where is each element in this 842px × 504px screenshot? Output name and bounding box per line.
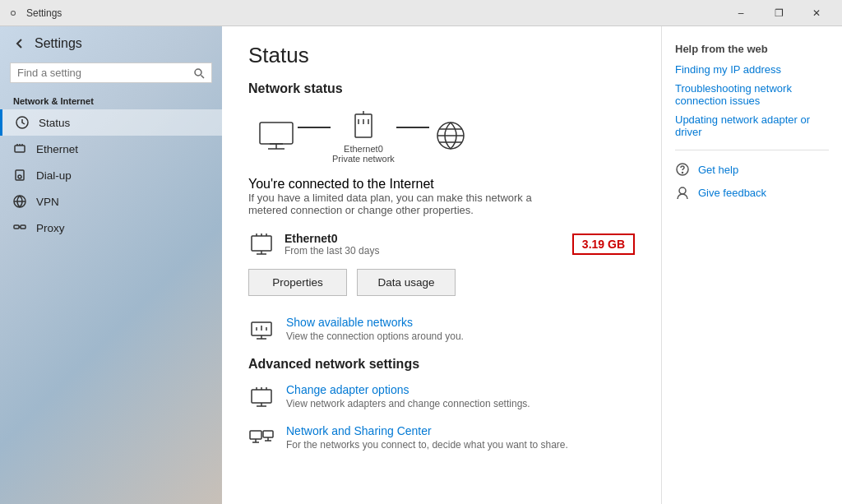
search-box[interactable] — [10, 62, 212, 83]
get-help-item[interactable]: Get help — [675, 162, 829, 177]
adapter-label: Ethernet0 — [344, 144, 383, 154]
data-usage-button[interactable]: Data usage — [357, 269, 456, 296]
sharing-center-text: Network and Sharing Center For the netwo… — [286, 424, 568, 451]
adapter-options-icon — [248, 383, 275, 409]
show-networks-text: Show available networks View the connect… — [286, 316, 464, 342]
sharing-center-title[interactable]: Network and Sharing Center — [286, 424, 568, 437]
help-link-1[interactable]: Troubleshooting network connection issue… — [675, 82, 829, 107]
sidebar-label-vpn: VPN — [36, 196, 59, 208]
show-networks-item: Show available networks View the connect… — [248, 316, 635, 342]
help-link-2[interactable]: Updating network adapter or driver — [675, 113, 829, 138]
vpn-icon — [13, 195, 26, 208]
titlebar-left: Settings — [7, 7, 62, 20]
svg-rect-11 — [21, 225, 25, 229]
help-title: Help from the web — [675, 43, 829, 55]
titlebar-controls: – ❐ ✕ — [722, 0, 835, 26]
sidebar-label-dialup: Dial-up — [36, 169, 72, 182]
globe-icon-group — [431, 119, 470, 152]
sharing-center-item: Network and Sharing Center For the netwo… — [248, 424, 635, 451]
svg-rect-17 — [355, 114, 372, 137]
change-adapter-title[interactable]: Change adapter options — [286, 383, 530, 396]
btn-row: Properties Data usage — [248, 269, 635, 296]
svg-rect-43 — [263, 431, 273, 437]
ethernet-icon — [13, 142, 26, 155]
data-usage-badge: 3.19 GB — [572, 234, 635, 255]
svg-point-50 — [679, 187, 686, 194]
page-title: Status — [248, 43, 635, 68]
show-networks-title[interactable]: Show available networks — [286, 316, 464, 329]
give-feedback-icon — [675, 185, 690, 200]
sidebar-label-ethernet: Ethernet — [36, 143, 78, 155]
network-label: Private network — [332, 154, 395, 164]
change-adapter-text: Change adapter options View network adap… — [286, 383, 530, 409]
sidebar-item-proxy[interactable]: Proxy — [0, 215, 222, 241]
net-line-1 — [298, 127, 331, 128]
adapter-icon — [349, 108, 378, 141]
sidebar-label-proxy: Proxy — [36, 222, 65, 234]
give-feedback-item[interactable]: Give feedback — [675, 185, 829, 200]
svg-point-8 — [18, 175, 21, 178]
proxy-icon — [13, 221, 26, 234]
svg-rect-36 — [252, 390, 271, 403]
close-button[interactable]: ✕ — [798, 0, 835, 26]
back-icon — [13, 37, 26, 50]
advanced-section: Advanced network settings Change adapter… — [248, 357, 635, 451]
sidebar-section-title: Network & Internet — [0, 91, 222, 109]
change-adapter-desc: View network adapters and change connect… — [286, 398, 530, 409]
net-line-2 — [396, 127, 429, 128]
search-input[interactable] — [17, 67, 193, 79]
svg-rect-24 — [252, 236, 271, 251]
sidebar-item-ethernet[interactable]: Ethernet — [0, 136, 222, 162]
svg-point-49 — [682, 173, 683, 173]
advanced-title: Advanced network settings — [248, 357, 635, 372]
computer-icon-group — [257, 119, 296, 152]
svg-rect-42 — [250, 431, 261, 439]
eth-sub: From the last 30 days — [285, 245, 562, 257]
sidebar-item-dialup[interactable]: Dial-up — [0, 162, 222, 188]
sidebar-item-status[interactable]: Status — [0, 109, 222, 136]
restore-button[interactable]: ❐ — [760, 0, 798, 26]
minimize-button[interactable]: – — [722, 0, 760, 26]
sharing-center-icon — [248, 424, 275, 451]
help-link-0[interactable]: Finding my IP address — [675, 63, 829, 76]
network-diagram: Ethernet0 Private network — [248, 108, 635, 164]
titlebar: Settings – ❐ ✕ — [0, 0, 842, 26]
app-body: Settings Network & Internet Status — [0, 26, 842, 504]
computer-icon — [257, 119, 296, 152]
status-icon — [16, 116, 29, 129]
app-title: Settings — [35, 36, 82, 51]
sharing-center-desc: For the networks you connect to, decide … — [286, 439, 568, 451]
properties-button[interactable]: Properties — [248, 269, 347, 296]
svg-rect-10 — [14, 225, 19, 229]
svg-point-0 — [195, 69, 201, 76]
back-button[interactable]: Settings — [0, 30, 222, 58]
connected-title: You're connected to the Internet — [248, 177, 635, 192]
right-panel: Help from the web Finding my IP address … — [661, 26, 842, 504]
eth-name: Ethernet0 — [285, 232, 562, 245]
give-feedback-label[interactable]: Give feedback — [698, 187, 766, 199]
sidebar-item-vpn[interactable]: VPN — [0, 188, 222, 215]
sidebar: Settings Network & Internet Status — [0, 26, 222, 504]
svg-line-1 — [201, 75, 205, 78]
get-help-label[interactable]: Get help — [698, 164, 738, 176]
settings-icon — [7, 7, 20, 20]
help-divider — [675, 150, 829, 150]
eth-info: Ethernet0 From the last 30 days — [285, 232, 562, 257]
adapter-icon-group: Ethernet0 Private network — [332, 108, 395, 164]
titlebar-title: Settings — [26, 7, 62, 19]
ethernet-row: Ethernet0 From the last 30 days 3.19 GB — [248, 231, 635, 257]
search-icon — [193, 67, 205, 79]
network-status-title: Network status — [248, 81, 635, 96]
show-networks-desc: View the connection options around you. — [286, 331, 464, 342]
connected-desc: If you have a limited data plan, you can… — [248, 192, 561, 216]
svg-rect-3 — [15, 146, 25, 152]
globe-icon — [431, 119, 470, 152]
eth-adapter-icon — [248, 231, 275, 257]
show-networks-icon — [248, 316, 275, 342]
svg-rect-13 — [260, 123, 293, 144]
get-help-icon — [675, 162, 690, 177]
sidebar-label-status: Status — [39, 117, 70, 129]
dialup-icon — [13, 169, 26, 182]
change-adapter-item: Change adapter options View network adap… — [248, 383, 635, 409]
main-content: Status Network status — [222, 26, 661, 504]
